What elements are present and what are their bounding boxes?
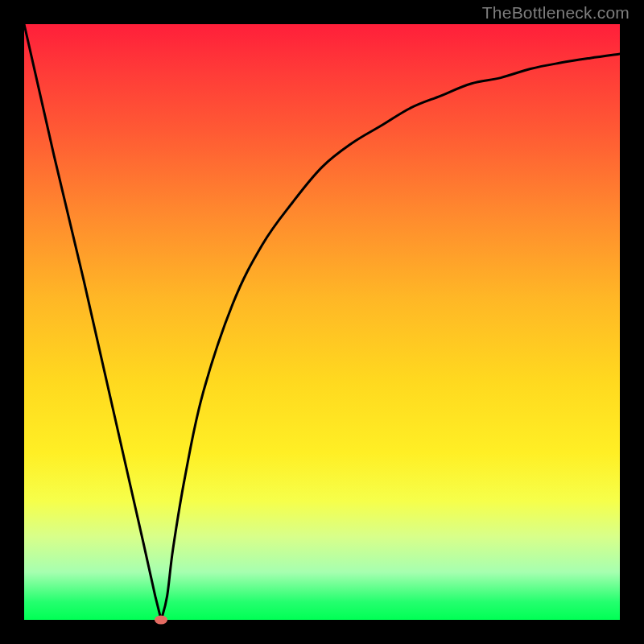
plot-area	[24, 24, 620, 620]
curve-svg	[24, 24, 620, 620]
chart-frame: TheBottleneck.com	[0, 0, 644, 644]
optimum-marker	[155, 616, 167, 625]
watermark-text: TheBottleneck.com	[482, 3, 630, 23]
bottleneck-curve-path	[24, 24, 620, 620]
